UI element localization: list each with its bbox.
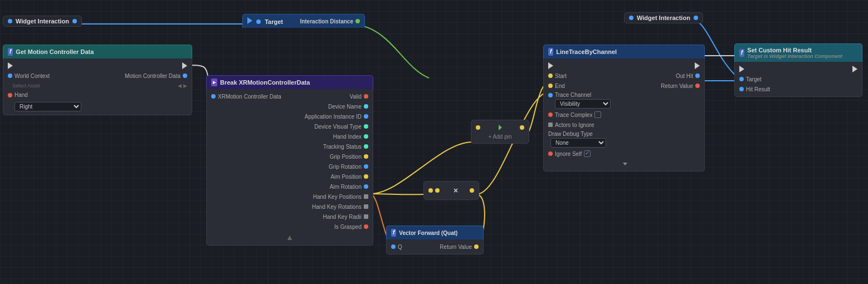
widget-pin-2 <box>629 16 633 20</box>
pin-app-instance <box>364 114 368 119</box>
pin-aim-position <box>364 174 368 179</box>
trace-complex-label: Trace Complex <box>555 112 592 118</box>
device-name-label: Device Name <box>328 104 362 110</box>
function-icon-vf: f <box>391 229 396 237</box>
pin-xr-in <box>211 94 216 99</box>
pin-add-left-1 <box>476 125 480 130</box>
function-icon-lt: f <box>548 48 553 56</box>
pin-grip-position <box>364 154 368 159</box>
set-interaction-title: Target <box>247 17 283 25</box>
get-motion-title: Get Motion Controller Data <box>16 48 94 55</box>
set-custom-hit-title: Set Custom Hit Result <box>747 47 842 53</box>
pin-ignore-self <box>548 151 553 156</box>
function-icon-get-motion: f <box>8 48 13 56</box>
pin-end <box>548 84 553 88</box>
pin-add-right-1 <box>520 125 524 130</box>
aim-position-label: Aim Position <box>330 174 362 180</box>
tracking-status-label: Tracking Status <box>323 144 362 150</box>
hand-key-radii-label: Hand Key Radii <box>323 214 362 220</box>
draw-debug-label: Draw Debug Type <box>548 131 593 137</box>
break-xr-node: ▸ Break XRMotionControllerData XRMotion … <box>206 75 373 246</box>
select-asset-arrows: ◀ ▶ <box>178 83 187 89</box>
add-pin-button[interactable]: + Add pin <box>471 133 529 141</box>
select-asset-label: Select Asset <box>12 83 40 89</box>
exec-out-get-motion <box>182 62 187 69</box>
pin-trace-channel <box>548 93 553 97</box>
pin-hit-result <box>739 87 744 91</box>
pin-start <box>548 74 553 78</box>
pin-valid <box>364 94 368 99</box>
add-pin-label: + Add pin <box>489 134 512 140</box>
pin-aim-rotation <box>364 184 368 189</box>
pin-interaction-distance-out <box>355 19 360 23</box>
pin-return-vf <box>474 244 479 249</box>
grip-position-label: Grip Position <box>330 154 362 160</box>
trace-channel-dropdown[interactable]: Visibility <box>555 99 611 109</box>
pin-mult-in-2-wrap <box>435 187 440 194</box>
ignore-self-checkbox[interactable] <box>584 150 591 157</box>
widget-interaction-node-2: Widget Interaction <box>624 12 703 23</box>
pin-mult-in-2 <box>435 188 440 193</box>
out-hit-label: Out Hit <box>676 73 693 79</box>
return-value-vf-label: Return Value <box>440 244 472 250</box>
pin-actors-ignore <box>548 123 553 127</box>
actors-ignore-label: Actors to Ignore <box>555 122 594 128</box>
widget-pin-1 <box>8 19 12 23</box>
q-label: Q <box>398 244 402 250</box>
interaction-distance-label: Interaction Distance <box>300 18 353 25</box>
vector-forward-title: Vector Forward (Quat) <box>399 230 457 236</box>
app-instance-label: Application Instance ID <box>305 114 362 120</box>
hand-dropdown[interactable]: Right Left <box>14 102 81 111</box>
pin-hand-key-radii <box>364 214 368 219</box>
break-icon: ▸ <box>211 79 217 86</box>
pin-device-visual <box>364 124 368 129</box>
motion-controller-data-label: Motion Controller Data <box>125 73 181 79</box>
xr-motion-label: XRMotion Controller Data <box>218 94 281 100</box>
widget-pin-out-1 <box>72 19 77 23</box>
pin-motion-controller-out <box>183 74 187 78</box>
ignore-self-label: Ignore Self <box>555 151 582 157</box>
widget-interaction-label-2: Widget Interaction <box>637 14 690 21</box>
widget-interaction-label-1: Widget Interaction <box>16 18 69 25</box>
exec-in-get-motion <box>8 62 13 69</box>
world-context-label: World Context <box>14 73 50 79</box>
pin-out-hit <box>695 74 700 78</box>
pin-hand <box>8 93 12 97</box>
pin-is-grasped <box>364 224 368 229</box>
pin-hand-index <box>364 134 368 139</box>
pin-target-in <box>256 19 261 24</box>
exec-in-lt <box>548 62 553 69</box>
trace-complex-checkbox[interactable] <box>594 111 601 118</box>
hit-result-label: Hit Result <box>746 86 770 92</box>
valid-label: Valid <box>350 94 362 100</box>
add-icon <box>499 125 502 130</box>
line-trace-title: LineTraceByChannel <box>556 48 617 55</box>
hand-index-label: Hand Index <box>333 134 362 140</box>
blueprint-canvas: Widget Interaction f Get Motion Controll… <box>0 0 868 284</box>
draw-debug-dropdown[interactable]: None <box>550 138 606 148</box>
expand-arrow-lt[interactable] <box>623 163 627 165</box>
pin-device-name <box>364 104 368 109</box>
collapse-arrow[interactable]: ▲ <box>286 233 294 242</box>
pin-trace-complex <box>548 112 553 117</box>
exec-out-sch <box>852 66 857 72</box>
set-interaction-distance-node: Target Interaction Distance <box>242 14 365 28</box>
exec-in-sch <box>739 66 744 72</box>
start-label: Start <box>555 73 567 79</box>
get-motion-controller-node: f Get Motion Controller Data World Conte… <box>3 45 192 115</box>
pin-hand-key-positions <box>364 194 368 199</box>
hand-label: Hand <box>14 92 28 98</box>
exec-in-set <box>247 17 252 24</box>
device-visual-label: Device Visual Type <box>314 124 362 130</box>
set-custom-hit-node: f Set Custom Hit Result Target is Widget… <box>734 43 862 97</box>
pin-return-lt <box>695 84 700 88</box>
vector-forward-node: f Vector Forward (Quat) Q Return Value <box>386 226 484 254</box>
pin-tracking-status <box>364 144 368 149</box>
aim-rotation-label: Aim Rotation <box>330 184 362 190</box>
widget-pin-out-2 <box>694 16 698 20</box>
add-pin-node: + Add pin <box>471 120 529 144</box>
pin-target-sch <box>739 77 744 81</box>
line-trace-node: f LineTraceByChannel Start Out Hi <box>543 45 705 172</box>
pin-hand-key-rotations <box>364 204 368 209</box>
end-label: End <box>555 83 565 89</box>
